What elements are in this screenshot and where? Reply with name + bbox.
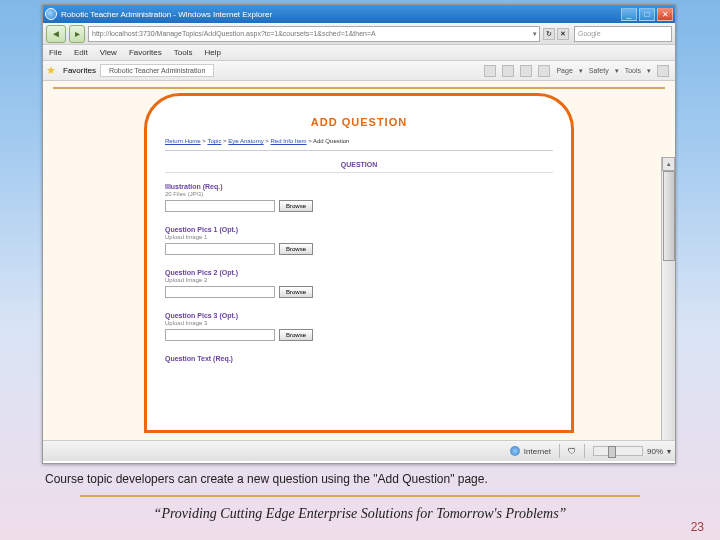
slide-page-number: 23: [691, 520, 704, 534]
zoom-slider[interactable]: [593, 446, 643, 456]
scroll-thumb[interactable]: [663, 171, 675, 261]
home-icon[interactable]: [484, 65, 496, 77]
menu-view[interactable]: View: [94, 48, 123, 57]
print-icon[interactable]: [538, 65, 550, 77]
page-divider: [53, 87, 665, 89]
field-sublabel: 20 Files (JPG): [165, 191, 553, 197]
field-illustration: Illustration (Req.) 20 Files (JPG) Brows…: [165, 183, 553, 212]
favorites-bar: ★ Favorites Robotic Teacher Administrati…: [43, 61, 675, 81]
scroll-up-icon[interactable]: ▴: [662, 157, 675, 171]
refresh-icon[interactable]: ↻: [543, 28, 555, 40]
address-bar[interactable]: http://localhost:3730/ManageTopics/AddQu…: [88, 26, 540, 42]
browse-button[interactable]: Browse: [279, 329, 313, 341]
file-input[interactable]: [165, 200, 275, 212]
help-icon[interactable]: [657, 65, 669, 77]
breadcrumb: Return Home > Topic > Eye Anatomy > Red …: [165, 138, 553, 151]
field-sublabel: Upload Image 2: [165, 277, 553, 283]
field-pic2: Question Pics 2 (Opt.) Upload Image 2 Br…: [165, 269, 553, 298]
page-content: ADD QUESTION Return Home > Topic > Eye A…: [43, 81, 675, 441]
file-input[interactable]: [165, 243, 275, 255]
window-title: Robotic Teacher Administration - Windows…: [61, 10, 621, 19]
field-label: Illustration (Req.): [165, 183, 553, 190]
menu-edit[interactable]: Edit: [68, 48, 94, 57]
menu-file[interactable]: File: [43, 48, 68, 57]
stop-icon[interactable]: ✕: [557, 28, 569, 40]
slide-tagline: “Providing Cutting Edge Enterprise Solut…: [0, 506, 720, 522]
breadcrumb-link[interactable]: Red Info Item: [270, 138, 306, 144]
favorites-star-icon[interactable]: ★: [46, 64, 60, 78]
field-pic3: Question Pics 3 (Opt.) Upload Image 3 Br…: [165, 312, 553, 341]
breadcrumb-current: Add Question: [313, 138, 349, 144]
field-question-text: Question Text (Req.): [165, 355, 553, 362]
breadcrumb-link[interactable]: Eye Anatomy: [228, 138, 263, 144]
close-button[interactable]: ✕: [657, 8, 673, 21]
zoom-level[interactable]: 90%: [647, 447, 663, 456]
forward-button[interactable]: ▸: [69, 25, 85, 43]
feeds-icon[interactable]: [502, 65, 514, 77]
field-sublabel: Upload Image 3: [165, 320, 553, 326]
minimize-button[interactable]: _: [621, 8, 637, 21]
field-sublabel: Upload Image 1: [165, 234, 553, 240]
mail-icon[interactable]: [520, 65, 532, 77]
file-input[interactable]: [165, 286, 275, 298]
ie-icon: [45, 8, 57, 20]
nav-toolbar: ◄ ▸ http://localhost:3730/ManageTopics/A…: [43, 23, 675, 45]
vertical-scrollbar[interactable]: ▴ ▾: [661, 157, 675, 441]
file-input[interactable]: [165, 329, 275, 341]
field-label: Question Text (Req.): [165, 355, 553, 362]
page-tab[interactable]: Robotic Teacher Administration: [100, 64, 214, 77]
globe-icon: [510, 446, 520, 456]
menu-tools[interactable]: Tools: [168, 48, 199, 57]
page-menu[interactable]: Page: [556, 67, 572, 74]
search-box[interactable]: Google: [574, 26, 672, 42]
page-heading: ADD QUESTION: [165, 116, 553, 128]
menu-bar: File Edit View Favorites Tools Help: [43, 45, 675, 61]
browse-button[interactable]: Browse: [279, 200, 313, 212]
protected-mode-icon: 🛡: [568, 447, 576, 456]
section-header: QUESTION: [165, 161, 553, 173]
tools-menu[interactable]: Tools: [625, 67, 641, 74]
status-bar: Internet 🛡 90% ▾: [43, 441, 675, 461]
field-label: Question Pics 2 (Opt.): [165, 269, 553, 276]
menu-favorites[interactable]: Favorites: [123, 48, 168, 57]
menu-help[interactable]: Help: [198, 48, 226, 57]
browse-button[interactable]: Browse: [279, 243, 313, 255]
field-pic1: Question Pics 1 (Opt.) Upload Image 1 Br…: [165, 226, 553, 255]
favorites-label[interactable]: Favorites: [63, 66, 96, 75]
breadcrumb-link[interactable]: Return Home: [165, 138, 201, 144]
slide-caption: Course topic developers can create a new…: [45, 472, 488, 486]
back-button[interactable]: ◄: [46, 25, 66, 43]
maximize-button[interactable]: □: [639, 8, 655, 21]
browse-button[interactable]: Browse: [279, 286, 313, 298]
security-zone: Internet: [524, 447, 551, 456]
field-label: Question Pics 3 (Opt.): [165, 312, 553, 319]
add-question-card: ADD QUESTION Return Home > Topic > Eye A…: [144, 93, 574, 433]
slide-divider: [80, 495, 640, 497]
breadcrumb-link[interactable]: Topic: [207, 138, 221, 144]
safety-menu[interactable]: Safety: [589, 67, 609, 74]
window-titlebar: Robotic Teacher Administration - Windows…: [43, 5, 675, 23]
field-label: Question Pics 1 (Opt.): [165, 226, 553, 233]
browser-window: Robotic Teacher Administration - Windows…: [42, 4, 676, 464]
